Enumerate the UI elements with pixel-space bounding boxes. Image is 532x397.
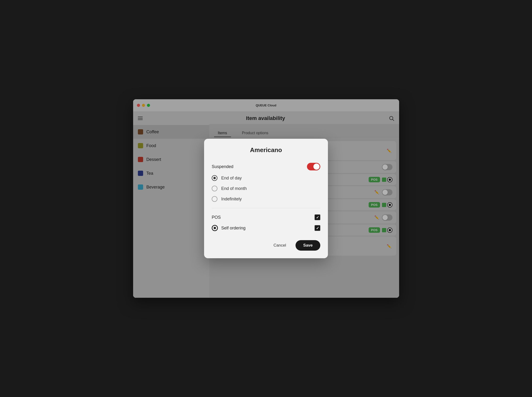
modal-footer: Cancel Save: [212, 240, 320, 251]
radio-options-section: End of day End of month Indefinitely: [212, 173, 320, 204]
suspended-knob: [313, 163, 319, 170]
radio-row-indefinitely[interactable]: Indefinitely: [212, 194, 320, 204]
self-ordering-checkbox[interactable]: [315, 225, 320, 231]
suspended-row: Suspended: [212, 161, 320, 173]
suspended-label: Suspended: [212, 164, 233, 169]
radio-end-of-month[interactable]: [212, 186, 217, 191]
self-ordering-label: Self ordering: [221, 226, 245, 231]
radio-label-end-of-day: End of day: [221, 176, 242, 181]
cancel-button[interactable]: Cancel: [267, 240, 293, 251]
modal-title: Americano: [212, 146, 320, 154]
radio-end-of-day[interactable]: [212, 175, 217, 181]
self-ordering-row: Self ordering: [212, 223, 320, 234]
radio-label-indefinitely: Indefinitely: [221, 197, 242, 202]
radio-label-end-of-month: End of month: [221, 186, 247, 191]
app-window: QUEUE Cloud Item availability Coffee: [133, 99, 399, 298]
self-ordering-radio[interactable]: [212, 225, 218, 231]
self-ordering-label-area: Self ordering: [212, 225, 245, 231]
radio-row-end-of-month[interactable]: End of month: [212, 183, 320, 194]
modal-dialog: Americano Suspended End of day End of mo…: [204, 139, 328, 258]
pos-checkbox[interactable]: [315, 214, 320, 220]
pos-row: POS: [212, 212, 320, 223]
pos-label: POS: [212, 215, 221, 220]
modal-overlay: Americano Suspended End of day End of mo…: [133, 99, 399, 298]
radio-indefinitely[interactable]: [212, 196, 217, 202]
save-button[interactable]: Save: [295, 240, 320, 251]
modal-divider: [212, 208, 320, 208]
radio-row-end-of-day[interactable]: End of day: [212, 173, 320, 183]
suspended-toggle[interactable]: [307, 163, 320, 170]
